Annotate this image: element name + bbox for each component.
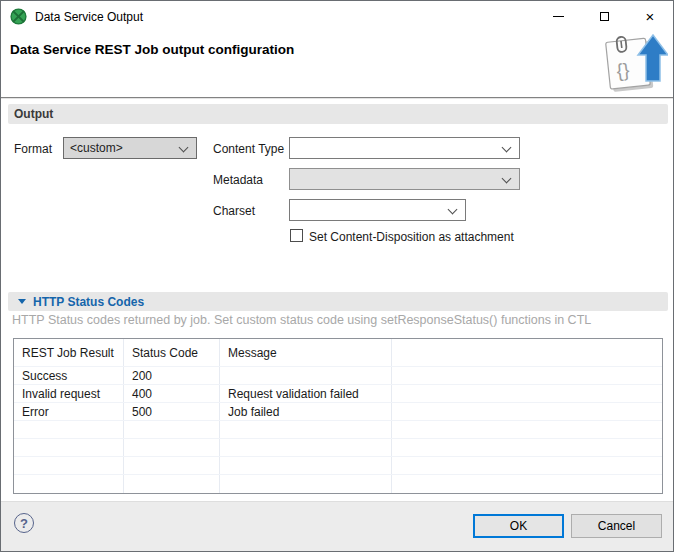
button-bar: ? OK Cancel	[1, 501, 673, 551]
clover-app-icon	[10, 8, 27, 25]
http-status-section-header[interactable]: HTTP Status Codes	[8, 292, 668, 311]
table-cell[interactable]: Job failed	[220, 403, 392, 420]
cancel-button-label: Cancel	[598, 519, 635, 533]
content-type-combo[interactable]	[289, 137, 520, 159]
table-cell[interactable]	[220, 421, 392, 438]
charset-label: Charset	[213, 204, 255, 218]
table-cell-filler	[392, 367, 662, 384]
content-type-label: Content Type	[213, 142, 284, 156]
title-bar: Data Service Output ×	[1, 1, 673, 32]
table-row[interactable]	[14, 439, 662, 457]
format-combo[interactable]: <custom>	[63, 137, 197, 159]
table-cell[interactable]: Invalid request	[14, 385, 124, 402]
table-cell-filler	[392, 439, 662, 456]
chevron-down-icon	[179, 143, 189, 153]
table-cell[interactable]	[220, 367, 392, 384]
table-cell[interactable]	[124, 457, 220, 474]
column-header-rest-job-result: REST Job Result	[14, 339, 124, 366]
table-cell[interactable]: 500	[124, 403, 220, 420]
table-cell[interactable]: Request validation failed	[220, 385, 392, 402]
column-header-filler	[392, 339, 662, 366]
minimize-button[interactable]	[535, 1, 581, 32]
chevron-down-icon	[502, 143, 512, 153]
output-document-icon: {}	[602, 34, 668, 96]
format-value: <custom>	[70, 141, 123, 155]
table-cell[interactable]	[14, 475, 124, 493]
help-icon: ?	[20, 516, 28, 531]
svg-text:{}: {}	[616, 59, 631, 81]
table-row[interactable]	[14, 457, 662, 475]
page-title: Data Service REST Job output configurati…	[10, 42, 294, 57]
table-cell-filler	[392, 457, 662, 474]
dialog-header: Data Service REST Job output configurati…	[1, 32, 673, 98]
table-header-row: REST Job Result Status Code Message	[14, 339, 662, 367]
table-cell-filler	[392, 403, 662, 420]
status-codes-table: REST Job Result Status Code Message Succ…	[13, 338, 663, 494]
maximize-icon	[600, 12, 609, 21]
table-cell[interactable]	[124, 475, 220, 493]
content-disposition-checkbox[interactable]	[290, 229, 303, 242]
cancel-button[interactable]: Cancel	[571, 514, 662, 538]
table-cell-filler	[392, 421, 662, 438]
chevron-down-icon	[502, 174, 512, 184]
table-cell[interactable]	[220, 439, 392, 456]
window-title: Data Service Output	[35, 10, 143, 24]
table-cell[interactable]	[14, 457, 124, 474]
content-disposition-label: Set Content-Disposition as attachment	[309, 230, 514, 244]
http-status-section-label: HTTP Status Codes	[33, 295, 144, 309]
metadata-label: Metadata	[213, 173, 263, 187]
output-section-label: Output	[14, 107, 53, 121]
close-icon: ×	[646, 9, 655, 24]
http-status-description: HTTP Status codes returned by job. Set c…	[12, 313, 591, 327]
data-service-output-dialog: Data Service Output × Data Service REST …	[0, 0, 674, 552]
table-cell[interactable]	[124, 439, 220, 456]
collapse-triangle-icon	[18, 299, 26, 304]
table-row[interactable]: Invalid request 400 Request validation f…	[14, 385, 662, 403]
table-cell[interactable]	[220, 457, 392, 474]
table-cell[interactable]: Success	[14, 367, 124, 384]
window-controls: ×	[535, 1, 673, 32]
table-cell[interactable]	[124, 421, 220, 438]
minimize-icon	[553, 16, 564, 17]
table-cell[interactable]	[14, 439, 124, 456]
close-button[interactable]: ×	[627, 1, 673, 32]
table-cell[interactable]: 200	[124, 367, 220, 384]
table-cell[interactable]: Error	[14, 403, 124, 420]
table-cell[interactable]	[14, 421, 124, 438]
table-cell[interactable]: 400	[124, 385, 220, 402]
help-button[interactable]: ?	[14, 513, 34, 533]
table-row[interactable]: Error 500 Job failed	[14, 403, 662, 421]
table-cell-filler	[392, 475, 662, 493]
table-cell-filler	[392, 385, 662, 402]
table-row[interactable]	[14, 421, 662, 439]
metadata-combo	[289, 168, 520, 190]
column-header-status-code: Status Code	[124, 339, 220, 366]
output-section-header: Output	[8, 104, 668, 124]
table-row[interactable]	[14, 475, 662, 493]
table-row[interactable]: Success 200	[14, 367, 662, 385]
format-label: Format	[14, 142, 52, 156]
table-cell[interactable]	[220, 475, 392, 493]
ok-button[interactable]: OK	[473, 514, 564, 538]
chevron-down-icon	[448, 205, 458, 215]
charset-combo[interactable]	[289, 199, 466, 221]
ok-button-label: OK	[510, 519, 527, 533]
maximize-button[interactable]	[581, 1, 627, 32]
column-header-message: Message	[220, 339, 392, 366]
